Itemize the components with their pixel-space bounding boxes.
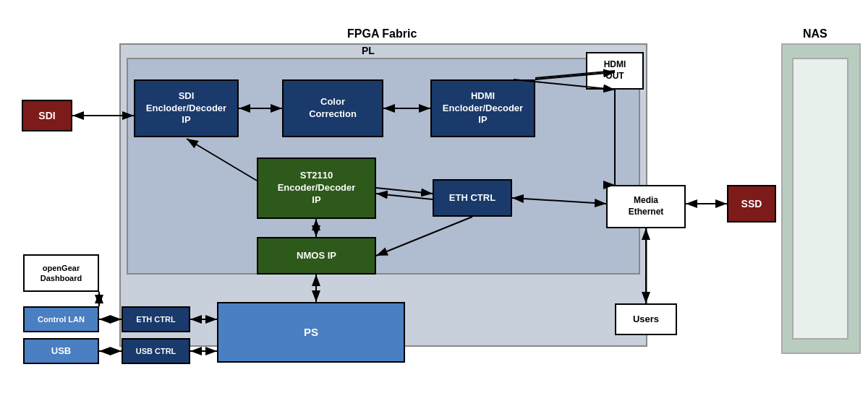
sdi-encoder-box: SDI Encloder/Decoder IP (134, 79, 239, 137)
st2110-box: ST2110 Encoder/Decoder IP (257, 157, 376, 219)
nmos-ip-box: NMOS IP (257, 237, 376, 275)
sdi-box: SDI (22, 100, 72, 131)
color-correction-box: Color Correction (282, 79, 383, 137)
media-ethernet-box: Media Ethernet (606, 185, 686, 228)
nas-inner (792, 58, 848, 340)
hdmi-out-box: HDMI OUT (586, 52, 644, 90)
hdmi-encoder-box: HDMI Encloder/Decoder IP (430, 79, 535, 137)
nas-label: NAS (803, 27, 827, 40)
eth-ctrl-ps-box: ETH CTRL (122, 306, 190, 332)
eth-ctrl-pl-box: ETH CTRL (433, 179, 512, 217)
usb-box: USB (23, 338, 99, 364)
control-lan-box: Control LAN (23, 306, 99, 332)
users-box: Users (615, 303, 677, 335)
opengear-box: openGear Dashboard (23, 254, 99, 292)
usb-ctrl-box: USB CTRL (122, 338, 190, 364)
ssd-box: SSD (727, 185, 776, 223)
fpga-label: FPGA Fabric (347, 27, 417, 40)
ps-box: PS (217, 302, 405, 363)
diagram: FPGA Fabric PL PS NAS SDI SDI Encloder/D… (0, 0, 868, 393)
pl-label: PL (362, 45, 375, 56)
